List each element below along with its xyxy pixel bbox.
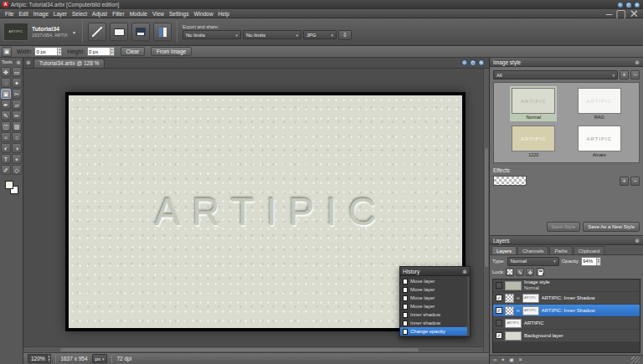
add-effect-button[interactable]: + [620, 177, 629, 186]
save-as-new-style-button[interactable]: Save As a New Style [583, 222, 640, 232]
history-item[interactable]: Move layer [400, 285, 470, 294]
clone-stamp-tool[interactable]: ◫ [1, 121, 11, 131]
zoom-stepper[interactable]: ▴▾ [47, 355, 51, 362]
delete-layer-icon[interactable]: ✕ [518, 357, 522, 362]
history-item[interactable]: Change opacity [400, 327, 470, 336]
pen-tool[interactable]: ✐ [1, 165, 11, 175]
resize-grip[interactable] [631, 356, 640, 363]
brush-tool[interactable]: ✎ [1, 110, 11, 120]
menu-window[interactable]: Window [191, 11, 215, 17]
eyedropper-tool[interactable]: ✒ [1, 100, 11, 110]
tab-channels[interactable]: Channels [517, 246, 548, 254]
active-tool-crop-icon[interactable]: ▣ [2, 47, 12, 57]
tools-panel-close-icon[interactable]: ⊗ [16, 59, 21, 65]
from-image-button[interactable]: From Image [151, 47, 192, 56]
layer-visibility-checkbox[interactable] [496, 320, 502, 326]
tab-layers[interactable]: Layers [491, 246, 517, 254]
document-tab[interactable]: Tutorial34.artix @ 128 % [33, 59, 105, 68]
menu-view[interactable]: View [150, 11, 167, 17]
menu-image[interactable]: Image [31, 11, 51, 17]
document-thumbnail[interactable]: ARTIPIC [3, 23, 28, 41]
crop-tool[interactable]: ▣ [1, 89, 11, 99]
height-stepper[interactable]: ▴▾ [110, 48, 114, 55]
pencil-tool[interactable]: ✏ [12, 110, 22, 120]
export-icon[interactable]: ⇩ [338, 30, 352, 40]
layer-row[interactable]: ✓∞ARTIPICARTIPIC: Inner Shadow [493, 305, 640, 317]
menu-layer[interactable]: Layer [51, 11, 69, 17]
lock-transparency-icon[interactable] [506, 268, 514, 276]
document-switcher-chevron-icon[interactable]: ▾ [71, 29, 77, 35]
canvas-restore-icon[interactable]: ▢ [470, 59, 476, 66]
gradient-tool[interactable]: ▨ [12, 121, 22, 131]
menu-filter[interactable]: Filter [110, 11, 126, 17]
style-item-amaro[interactable]: ARTIPICAmaro [576, 124, 623, 159]
horizontal-scrollbar[interactable] [23, 346, 483, 352]
layer-row[interactable]: ✓Background layer [493, 330, 640, 342]
burn-tool[interactable]: ◑ [12, 143, 22, 153]
opacity-stepper[interactable]: ▴▾ [596, 258, 600, 265]
eraser-tool[interactable]: ▱ [12, 100, 22, 110]
height-input[interactable] [88, 48, 110, 55]
lock-position-icon[interactable]: ✥ [526, 268, 534, 276]
move-tool[interactable]: ✥ [1, 67, 11, 77]
new-layer-icon[interactable]: ▣ [509, 357, 514, 362]
unit-dropdown[interactable]: px▾ [92, 354, 108, 363]
vertical-scrollbar[interactable] [483, 69, 489, 352]
add-style-button[interactable]: + [620, 70, 629, 79]
layer-visibility-checkbox[interactable]: ✓ [496, 307, 502, 314]
blur-tool[interactable]: ○ [12, 132, 22, 142]
menu-adjust[interactable]: Adjust [90, 11, 110, 17]
layer-row[interactable]: ARTIPICARTIPIC [493, 317, 640, 330]
save-style-button[interactable]: Save Style [547, 222, 581, 232]
history-item[interactable]: Move layer [400, 302, 470, 310]
history-close-icon[interactable]: ⊗ [462, 269, 467, 274]
export-limit-dropdown-1[interactable]: No limits▾ [183, 30, 241, 39]
zoom-level-field[interactable]: 120% ▴▾ [28, 354, 51, 363]
history-item[interactable]: Inner shadow [400, 319, 470, 327]
history-scrollbar[interactable] [467, 276, 470, 336]
width-input[interactable] [35, 48, 57, 55]
style-filter-dropdown[interactable]: All▾ [493, 70, 618, 79]
menu-edit[interactable]: Edit [16, 11, 30, 17]
menu-select[interactable]: Select [69, 11, 90, 17]
export-format-dropdown[interactable]: JPG▾ [303, 30, 337, 39]
style-item-rag[interactable]: ARTIPICRAG [576, 86, 623, 121]
history-item[interactable]: Move layer [400, 294, 470, 302]
effects-thumbnail[interactable] [493, 176, 527, 186]
tab-clipboard[interactable]: Clipboard [574, 246, 605, 254]
menu-module[interactable]: Module [127, 11, 150, 17]
history-item[interactable]: Inner shadow [400, 310, 470, 319]
width-stepper[interactable]: ▴▾ [57, 48, 61, 55]
image-style-close-icon[interactable]: ⊗ [635, 59, 640, 65]
lock-all-icon[interactable] [536, 268, 544, 276]
layer-effects-icon[interactable]: ✦ [501, 357, 505, 362]
marquee-select-tool[interactable]: ▭ [12, 67, 22, 77]
close-document-icon[interactable]: ⊗ [25, 59, 32, 66]
rectangle-shape-icon[interactable] [110, 23, 128, 41]
layers-panel-close-icon[interactable]: ⊗ [635, 238, 640, 244]
export-limit-dropdown-2[interactable]: No limits▾ [243, 30, 301, 39]
freehand-draw-icon[interactable] [88, 23, 106, 41]
clear-button[interactable]: Clear [121, 47, 146, 56]
canvas-close-icon[interactable]: ✕ [478, 59, 485, 66]
foreground-color-swatch[interactable] [5, 181, 13, 189]
save-preset-icon[interactable] [131, 23, 150, 41]
layer-visibility-checkbox[interactable]: ✓ [496, 332, 502, 339]
smudge-tool[interactable]: ≈ [1, 132, 11, 142]
history-item[interactable]: Move layer [400, 277, 470, 285]
canvas-minimize-icon[interactable]: – [461, 59, 468, 66]
shape-tool[interactable]: ◇ [12, 165, 22, 175]
canvas-viewport[interactable]: ARTIPIC History ⊗ Move layerMove layerMo… [23, 68, 489, 352]
layer-row[interactable]: ✓∞ARTIPICARTIPIC: Inner Shadow [493, 292, 640, 305]
blend-type-dropdown[interactable]: Normal▾ [507, 257, 559, 266]
menu-file[interactable]: File [3, 11, 16, 17]
style-item-normal[interactable]: ARTIPICNormal [510, 86, 557, 121]
lasso-tool[interactable]: ◌ [1, 78, 11, 88]
layer-row[interactable]: Image styleNormal [493, 279, 640, 292]
layout-columns-icon[interactable] [153, 23, 172, 41]
link-layers-icon[interactable]: ∞ [493, 357, 496, 362]
menu-help[interactable]: Help [216, 11, 232, 17]
magic-wand-tool[interactable]: ✦ [12, 78, 22, 88]
menu-settings[interactable]: Settings [167, 11, 192, 17]
remove-effect-button[interactable]: − [630, 177, 640, 186]
